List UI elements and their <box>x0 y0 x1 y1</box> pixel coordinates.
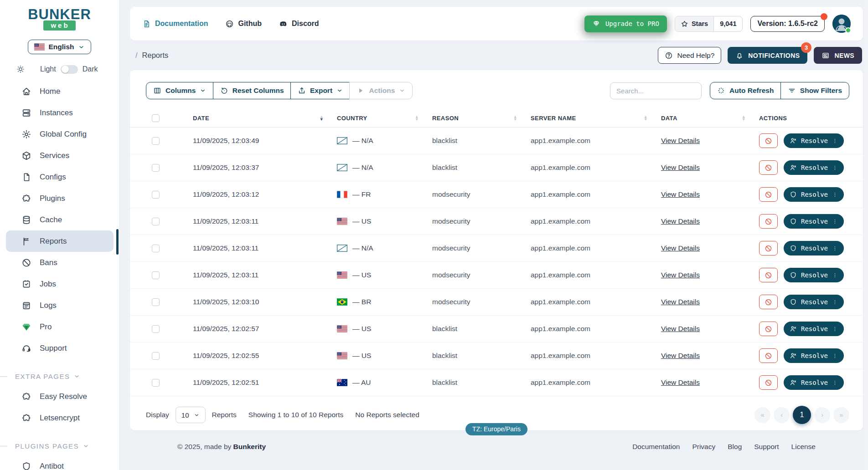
pagination-next[interactable]: › <box>814 407 830 423</box>
sidebar-section-plugins-pages[interactable]: PLUGINS PAGES <box>0 442 119 450</box>
view-details-link[interactable]: View Details <box>661 190 700 199</box>
export-button[interactable]: Export <box>290 82 350 99</box>
view-details-link[interactable]: View Details <box>661 378 700 387</box>
kebab-menu-icon[interactable] <box>832 272 838 279</box>
sidebar-item-cache[interactable]: Cache <box>6 209 114 230</box>
ban-button[interactable] <box>759 375 778 390</box>
actions-button[interactable]: Actions <box>349 82 413 99</box>
row-checkbox[interactable] <box>152 379 160 387</box>
auto-refresh-button[interactable]: Auto Refresh <box>710 82 781 99</box>
topbar-link-discord[interactable]: Discord <box>279 20 319 28</box>
sidebar-section-extra-pages[interactable]: EXTRA PAGES <box>0 373 119 380</box>
kebab-menu-icon[interactable] <box>832 299 838 306</box>
pagination-prev[interactable]: ‹ <box>774 407 790 423</box>
view-details-link[interactable]: View Details <box>661 163 700 172</box>
sidebar-item-letsencrypt[interactable]: Letsencrypt <box>6 407 114 429</box>
language-selector[interactable]: English <box>28 40 92 54</box>
ban-button[interactable] <box>759 187 778 202</box>
version-chip[interactable]: Version: 1.6.5-rc2 <box>750 16 825 32</box>
page-scrollbar[interactable] <box>864 0 868 470</box>
sort-icon[interactable]: ▲▼ <box>644 116 648 121</box>
reset-columns-button[interactable]: Reset Columns <box>213 82 291 99</box>
view-details-link[interactable]: View Details <box>661 298 700 306</box>
view-details-link[interactable]: View Details <box>661 137 700 145</box>
footer-link-privacy[interactable]: Privacy <box>692 443 715 451</box>
sidebar-item-instances[interactable]: Instances <box>6 102 114 123</box>
ban-button[interactable] <box>759 268 778 282</box>
column-header-reason[interactable]: REASON▲▼ <box>425 115 524 122</box>
sidebar-item-bans[interactable]: Bans <box>6 252 114 273</box>
row-checkbox[interactable] <box>152 164 160 172</box>
sidebar-item-support[interactable]: Support <box>6 337 114 359</box>
columns-button[interactable]: Columns <box>146 82 213 99</box>
row-checkbox[interactable] <box>152 352 160 360</box>
topbar-link-documentation[interactable]: Documentation <box>142 20 208 28</box>
github-stars-widget[interactable]: Stars 9,041 <box>675 16 743 32</box>
ban-button[interactable] <box>759 214 778 229</box>
pagination-first[interactable]: « <box>754 407 770 423</box>
view-details-link[interactable]: View Details <box>661 271 700 279</box>
need-help-button[interactable]: Need Help? <box>658 47 721 64</box>
kebab-menu-icon[interactable] <box>832 245 838 252</box>
per-page-select[interactable]: 10 <box>176 407 206 423</box>
sort-icon[interactable]: ▲▼ <box>415 116 419 121</box>
resolve-button[interactable]: Resolve <box>784 375 844 390</box>
sidebar-item-jobs[interactable]: Jobs <box>6 273 114 295</box>
kebab-menu-icon[interactable] <box>832 138 838 144</box>
resolve-button[interactable]: Resolve <box>784 214 844 229</box>
view-details-link[interactable]: View Details <box>661 217 700 225</box>
kebab-menu-icon[interactable] <box>832 326 838 332</box>
view-details-link[interactable]: View Details <box>661 352 700 360</box>
column-header-server-name[interactable]: SERVER NAME▲▼ <box>524 115 654 122</box>
ban-button[interactable] <box>759 241 778 255</box>
ban-button[interactable] <box>759 160 778 175</box>
resolve-button[interactable]: Resolve <box>784 241 844 255</box>
sidebar-item-home[interactable]: Home <box>6 81 114 102</box>
ban-button[interactable] <box>759 133 778 148</box>
notifications-button[interactable]: NOTIFICATIONS 3 <box>728 47 807 64</box>
footer-link-support[interactable]: Support <box>754 443 779 451</box>
footer-link-license[interactable]: License <box>791 443 816 451</box>
kebab-menu-icon[interactable] <box>832 352 838 359</box>
footer-link-documentation[interactable]: Documentation <box>632 443 680 451</box>
sort-icon[interactable]: ▲▼ <box>513 116 517 121</box>
sort-icon[interactable]: ▲▼ <box>742 116 746 121</box>
show-filters-button[interactable]: Show Filters <box>780 82 849 99</box>
pagination-page-1[interactable]: 1 <box>793 406 811 424</box>
view-details-link[interactable]: View Details <box>661 244 700 252</box>
row-checkbox[interactable] <box>152 325 160 333</box>
view-details-link[interactable]: View Details <box>661 325 700 333</box>
resolve-button[interactable]: Resolve <box>784 133 844 148</box>
resolve-button[interactable]: Resolve <box>784 348 844 363</box>
pagination-last[interactable]: » <box>833 407 849 423</box>
bunkerity-link[interactable]: Bunkerity <box>233 443 266 450</box>
ban-button[interactable] <box>759 322 778 336</box>
column-header-country[interactable]: COUNTRY▲▼ <box>330 115 425 122</box>
select-all-checkbox[interactable] <box>152 114 160 122</box>
sidebar-item-plugins[interactable]: Plugins <box>6 188 114 209</box>
footer-link-blog[interactable]: Blog <box>728 443 742 451</box>
ban-button[interactable] <box>759 295 778 309</box>
sidebar-item-configs[interactable]: Configs <box>6 166 114 188</box>
kebab-menu-icon[interactable] <box>832 218 838 225</box>
sidebar-item-global-config[interactable]: Global Config <box>6 123 114 145</box>
sidebar-item-reports[interactable]: Reports <box>6 230 114 252</box>
kebab-menu-icon[interactable] <box>832 191 838 198</box>
row-checkbox[interactable] <box>152 137 160 145</box>
logo[interactable]: BUNKER web <box>0 0 119 31</box>
resolve-button[interactable]: Resolve <box>784 160 844 175</box>
kebab-menu-icon[interactable] <box>832 164 838 171</box>
sidebar-item-services[interactable]: Services <box>6 145 114 166</box>
sidebar-item-pro[interactable]: Pro <box>6 316 114 337</box>
row-checkbox[interactable] <box>152 271 160 279</box>
row-checkbox[interactable] <box>152 191 160 199</box>
topbar-link-github[interactable]: Github <box>225 20 262 28</box>
theme-toggle[interactable] <box>61 65 78 74</box>
news-button[interactable]: NEWS <box>814 47 862 64</box>
sidebar-item-logs[interactable]: Logs <box>6 295 114 316</box>
resolve-button[interactable]: Resolve <box>784 295 844 309</box>
row-checkbox[interactable] <box>152 218 160 225</box>
search-input[interactable] <box>610 82 702 99</box>
row-checkbox[interactable] <box>152 245 160 252</box>
sidebar-item-antibot[interactable]: Antibot <box>6 455 114 470</box>
